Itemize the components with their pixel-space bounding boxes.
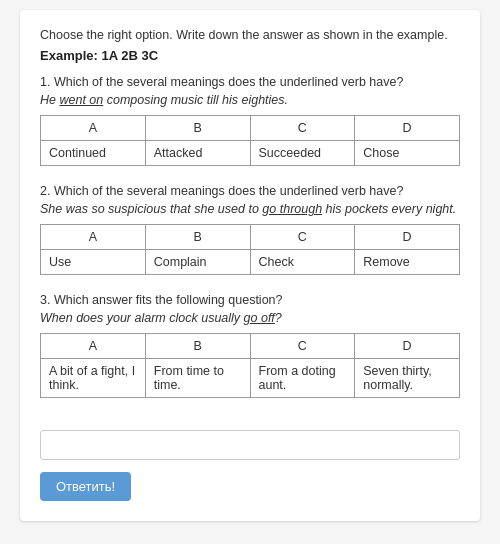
quiz-card: Choose the right option. Write down the …: [20, 10, 480, 521]
q3-sentence: When does your alarm clock usually go of…: [40, 311, 460, 325]
q3-col-c: C: [250, 334, 355, 359]
q1-number: 1. Which of the several meanings does th…: [40, 75, 460, 89]
question-2: 2. Which of the several meanings does th…: [40, 184, 460, 275]
q2-opt-c: Check: [250, 250, 355, 275]
q2-opt-a: Use: [41, 250, 146, 275]
q1-underlined: went on: [59, 93, 103, 107]
q3-underlined: go off: [244, 311, 275, 325]
q1-col-c: C: [250, 116, 355, 141]
intro-text: Choose the right option. Write down the …: [40, 28, 460, 42]
q3-opt-c: From a doting aunt.: [250, 359, 355, 398]
q3-table: A B C D A bit of a fight, I think. From …: [40, 333, 460, 398]
q1-table: A B C D Continued Attacked Succeeded Cho…: [40, 115, 460, 166]
q1-opt-b: Attacked: [145, 141, 250, 166]
q2-col-c: C: [250, 225, 355, 250]
question-3: 3. Which answer fits the following quest…: [40, 293, 460, 398]
q3-col-d: D: [355, 334, 460, 359]
q1-col-d: D: [355, 116, 460, 141]
q1-sentence: He went on composing music till his eigh…: [40, 93, 460, 107]
example-value: 1A 2B 3C: [101, 48, 158, 63]
submit-button[interactable]: Ответить!: [40, 472, 131, 501]
example-line: Example: 1A 2B 3C: [40, 48, 460, 63]
q2-opt-d: Remove: [355, 250, 460, 275]
q1-opt-d: Chose: [355, 141, 460, 166]
example-label: Example:: [40, 48, 98, 63]
q2-number: 2. Which of the several meanings does th…: [40, 184, 460, 198]
q3-opt-a: A bit of a fight, I think.: [41, 359, 146, 398]
q3-opt-d: Seven thirty, normally.: [355, 359, 460, 398]
q3-number: 3. Which answer fits the following quest…: [40, 293, 460, 307]
q2-table: A B C D Use Complain Check Remove: [40, 224, 460, 275]
q1-col-a: A: [41, 116, 146, 141]
q3-col-b: B: [145, 334, 250, 359]
q3-opt-b: From time to time.: [145, 359, 250, 398]
answer-input[interactable]: [40, 430, 460, 460]
q2-underlined: go through: [262, 202, 322, 216]
q2-opt-b: Complain: [145, 250, 250, 275]
question-1: 1. Which of the several meanings does th…: [40, 75, 460, 166]
q1-opt-a: Continued: [41, 141, 146, 166]
q3-col-a: A: [41, 334, 146, 359]
q2-sentence: She was so suspicious that she used to g…: [40, 202, 460, 216]
q2-col-b: B: [145, 225, 250, 250]
q2-col-d: D: [355, 225, 460, 250]
q1-col-b: B: [145, 116, 250, 141]
q1-opt-c: Succeeded: [250, 141, 355, 166]
q2-col-a: A: [41, 225, 146, 250]
